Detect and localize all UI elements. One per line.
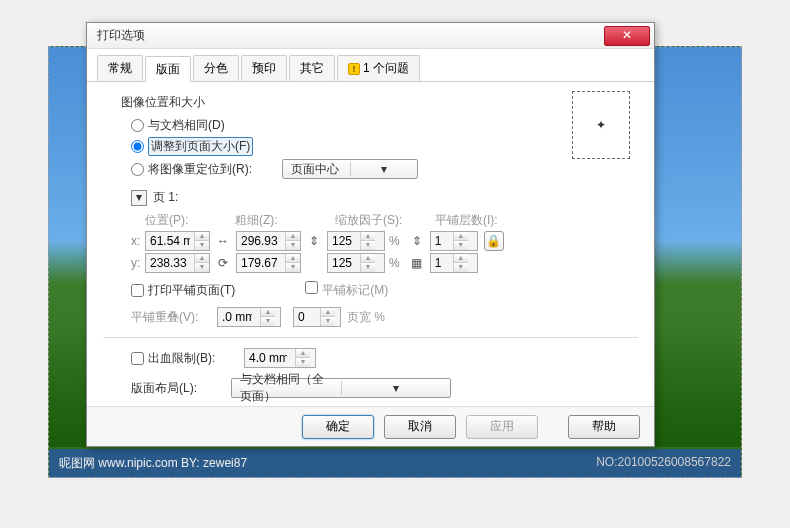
titlebar[interactable]: 打印选项 ✕ xyxy=(87,23,654,49)
tab-misc[interactable]: 其它 xyxy=(289,55,335,81)
image-footer: 昵图网 www.nipic.com BY: zewei87 NO:2010052… xyxy=(49,449,741,477)
ok-button[interactable]: 确定 xyxy=(302,415,374,439)
radio-fit-to-page[interactable]: 调整到页面大小(F) xyxy=(131,137,638,156)
warning-icon: ! xyxy=(348,63,360,75)
image-credit: 昵图网 www.nipic.com BY: zewei87 xyxy=(59,455,247,471)
tab-content: 图像位置和大小 与文档相同(D) 调整到页面大小(F) 将图像重定位到(R): … xyxy=(87,82,654,410)
spinner-overlap[interactable]: ▲▼ xyxy=(217,307,281,327)
tab-prepress[interactable]: 预印 xyxy=(241,55,287,81)
page-preview-icon xyxy=(572,91,630,159)
tab-layout[interactable]: 版面 xyxy=(145,56,191,82)
spinner-h[interactable]: ▲▼ xyxy=(236,253,301,273)
section-position-size: 图像位置和大小 xyxy=(121,94,638,111)
layout-dropdown[interactable]: 与文档相同（全页面）▾ xyxy=(231,378,451,398)
spinner-tile-y[interactable]: ▲▼ xyxy=(430,253,478,273)
tab-issues[interactable]: !1 个问题 xyxy=(337,55,420,81)
reposition-dropdown[interactable]: 页面中心▾ xyxy=(282,159,418,179)
spinner-pos-y[interactable]: ▲▼ xyxy=(145,253,210,273)
grid-icon: ▦ xyxy=(410,253,424,273)
bleed-row: 出血限制(B): ▲▼ xyxy=(131,348,638,368)
link-icon: ⟳ xyxy=(216,253,230,273)
print-dialog: 打印选项 ✕ 常规 版面 分色 预印 其它 !1 个问题 图像位置和大小 与文档… xyxy=(86,22,655,447)
spinner-tile-x[interactable]: ▲▼ xyxy=(430,231,478,251)
link-icon: ↔ xyxy=(216,231,230,251)
cancel-button[interactable]: 取消 xyxy=(384,415,456,439)
row-x: x: ▲▼ ↔ ▲▼ ⇕ ▲▼ % ⇕ ▲▼ 🔒 xyxy=(131,231,638,251)
radio-input[interactable] xyxy=(131,140,144,153)
check-print-tiles[interactable] xyxy=(131,284,144,297)
overlap-row: 平铺重叠(V): ▲▼ ▲▼ 页宽 % xyxy=(131,307,638,327)
layout-row: 版面布局(L): 与文档相同（全页面）▾ xyxy=(131,378,638,398)
spinner-bleed[interactable]: ▲▼ xyxy=(244,348,316,368)
chevron-down-icon: ▾ xyxy=(341,381,451,395)
page-toggle: ▾ 页 1: xyxy=(131,189,638,206)
tab-separations[interactable]: 分色 xyxy=(193,55,239,81)
radio-same-as-doc[interactable]: 与文档相同(D) xyxy=(131,117,638,134)
spinner-w[interactable]: ▲▼ xyxy=(236,231,301,251)
row-y: y: ▲▼ ⟳ ▲▼ ▲▼ % ▦ ▲▼ xyxy=(131,253,638,273)
spinner-scale-x[interactable]: ▲▼ xyxy=(327,231,385,251)
tab-general[interactable]: 常规 xyxy=(97,55,143,81)
dialog-title: 打印选项 xyxy=(97,27,604,44)
tiling-checks: 打印平铺页面(T) 平铺标记(M) xyxy=(131,281,638,299)
chevron-down-icon: ▾ xyxy=(350,162,418,176)
apply-button[interactable]: 应用 xyxy=(466,415,538,439)
spinner-pos-x[interactable]: ▲▼ xyxy=(145,231,210,251)
spinner-scale-y[interactable]: ▲▼ xyxy=(327,253,385,273)
tab-strip: 常规 版面 分色 预印 其它 !1 个问题 xyxy=(87,49,654,82)
radio-input[interactable] xyxy=(131,119,144,132)
radio-input[interactable] xyxy=(131,163,144,176)
column-headers: 位置(P): 粗细(Z): 缩放因子(S): 平铺层数(I): xyxy=(145,212,638,229)
collapse-button[interactable]: ▾ xyxy=(131,190,147,206)
lock-icon[interactable]: 🔒 xyxy=(484,231,504,251)
button-bar: 确定 取消 应用 帮助 xyxy=(87,406,654,446)
radio-reposition[interactable]: 将图像重定位到(R): 页面中心▾ xyxy=(131,159,638,179)
help-button[interactable]: 帮助 xyxy=(568,415,640,439)
check-tile-marks[interactable] xyxy=(305,281,318,294)
close-button[interactable]: ✕ xyxy=(604,26,650,46)
check-bleed[interactable] xyxy=(131,352,144,365)
link-icon: ⇕ xyxy=(307,231,321,251)
spinner-pagewidth[interactable]: ▲▼ xyxy=(293,307,341,327)
link-icon: ⇕ xyxy=(410,231,424,251)
image-id: NO:20100526008567822 xyxy=(596,455,731,471)
